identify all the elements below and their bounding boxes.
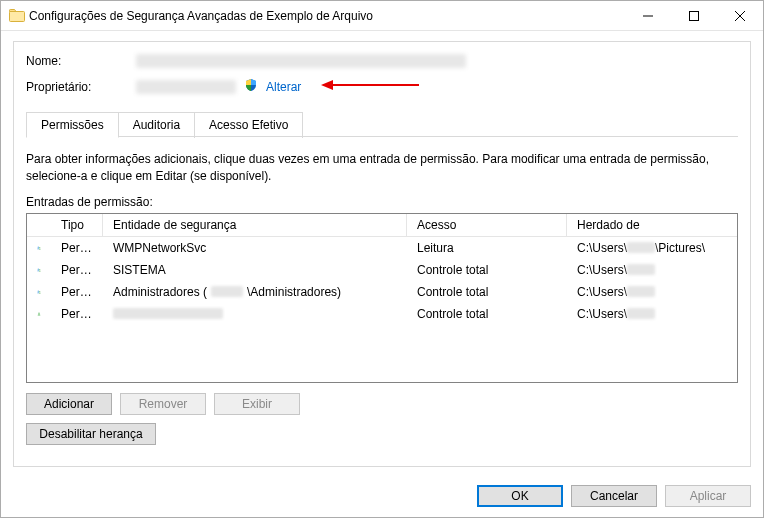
cell-herdado: C:\Users\ xyxy=(567,305,737,323)
owner-value-redacted xyxy=(136,80,236,94)
table-row[interactable]: Perm…Controle totalC:\Users\ xyxy=(27,303,737,325)
col-tipo[interactable]: Tipo xyxy=(51,214,103,236)
col-acesso[interactable]: Acesso xyxy=(407,214,567,236)
svg-marker-6 xyxy=(321,80,333,90)
content-area: Nome: Proprietário: Alterar xyxy=(1,31,763,475)
entry-buttons: Adicionar Remover Exibir xyxy=(26,393,738,415)
cell-entidade: WMPNetworkSvc xyxy=(103,239,407,257)
close-button[interactable] xyxy=(717,1,763,30)
permission-entries-list[interactable]: Tipo Entidade de segurança Acesso Herdad… xyxy=(26,213,738,383)
cell-entidade: Administradores (\Administradores) xyxy=(103,283,407,301)
tab-auditing[interactable]: Auditoria xyxy=(119,112,195,138)
inheritance-buttons: Desabilitar herança xyxy=(26,423,738,445)
svg-rect-2 xyxy=(690,11,699,20)
cell-tipo: Perm… xyxy=(51,261,103,279)
advanced-security-window: Configurações de Segurança Avançadas de … xyxy=(0,0,764,518)
table-row[interactable]: Perm…WMPNetworkSvcLeituraC:\Users\\Pictu… xyxy=(27,237,737,259)
group-icon xyxy=(27,260,51,280)
cell-acesso: Controle total xyxy=(407,283,567,301)
svg-point-12 xyxy=(39,291,40,292)
titlebar[interactable]: Configurações de Segurança Avançadas de … xyxy=(1,1,763,31)
table-row[interactable]: Perm…SISTEMAControle totalC:\Users\ xyxy=(27,259,737,281)
svg-point-10 xyxy=(39,269,40,270)
cell-acesso: Leitura xyxy=(407,239,567,257)
owner-label: Proprietário: xyxy=(26,80,136,94)
svg-point-7 xyxy=(38,246,39,247)
cell-herdado: C:\Users\ xyxy=(567,283,737,301)
cell-herdado: C:\Users\ xyxy=(567,261,737,279)
svg-point-11 xyxy=(38,290,39,291)
disable-inheritance-button[interactable]: Desabilitar herança xyxy=(26,423,156,445)
folder-icon xyxy=(9,8,25,24)
cell-tipo: Perm… xyxy=(51,283,103,301)
col-herdado[interactable]: Herdado de xyxy=(567,214,737,236)
cell-entidade xyxy=(103,306,407,321)
tabs: Permissões Auditoria Acesso Efetivo xyxy=(26,105,738,137)
person-icon xyxy=(27,304,51,324)
maximize-button[interactable] xyxy=(671,1,717,30)
name-row: Nome: xyxy=(26,54,738,68)
ok-button[interactable]: OK xyxy=(477,485,563,507)
svg-point-8 xyxy=(39,247,40,248)
description-text: Para obter informações adicionais, cliqu… xyxy=(26,151,738,185)
svg-point-13 xyxy=(38,312,40,314)
list-header[interactable]: Tipo Entidade de segurança Acesso Herdad… xyxy=(27,214,737,237)
cell-tipo: Perm… xyxy=(51,305,103,323)
name-value-redacted xyxy=(136,54,466,68)
window-controls xyxy=(625,1,763,30)
entries-label: Entradas de permissão: xyxy=(26,195,738,209)
minimize-button[interactable] xyxy=(625,1,671,30)
main-panel: Nome: Proprietário: Alterar xyxy=(13,41,751,467)
view-button[interactable]: Exibir xyxy=(214,393,300,415)
change-owner-link[interactable]: Alterar xyxy=(266,80,301,94)
cell-acesso: Controle total xyxy=(407,305,567,323)
owner-row: Proprietário: Alterar xyxy=(26,78,738,95)
dialog-footer: OK Cancelar Aplicar xyxy=(1,475,763,517)
remove-button[interactable]: Remover xyxy=(120,393,206,415)
tab-permissions[interactable]: Permissões xyxy=(26,112,119,138)
shield-icon xyxy=(244,78,258,95)
owner-value-group: Alterar xyxy=(136,78,421,95)
cell-acesso: Controle total xyxy=(407,261,567,279)
cancel-button[interactable]: Cancelar xyxy=(571,485,657,507)
svg-point-9 xyxy=(38,268,39,269)
tab-effective-access[interactable]: Acesso Efetivo xyxy=(195,112,303,138)
window-title: Configurações de Segurança Avançadas de … xyxy=(25,9,625,23)
table-row[interactable]: Perm…Administradores (\Administradores)C… xyxy=(27,281,737,303)
cell-herdado: C:\Users\\Pictures\ xyxy=(567,239,737,257)
group-icon xyxy=(27,238,51,258)
group-icon xyxy=(27,282,51,302)
col-entidade[interactable]: Entidade de segurança xyxy=(103,214,407,236)
cell-entidade: SISTEMA xyxy=(103,261,407,279)
annotation-arrow-icon xyxy=(321,78,421,95)
cell-tipo: Perm… xyxy=(51,239,103,257)
svg-rect-0 xyxy=(10,11,25,21)
apply-button[interactable]: Aplicar xyxy=(665,485,751,507)
add-button[interactable]: Adicionar xyxy=(26,393,112,415)
name-label: Nome: xyxy=(26,54,136,68)
